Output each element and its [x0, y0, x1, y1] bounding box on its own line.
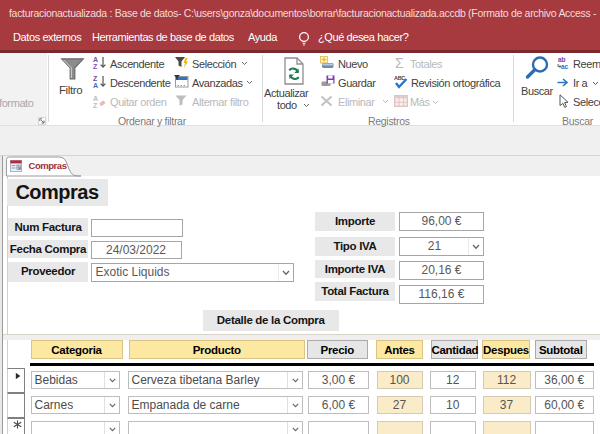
svg-text:ab: ab: [558, 56, 566, 63]
svg-text:A: A: [93, 95, 98, 102]
svg-text:A: A: [93, 56, 98, 63]
svg-text:Z: Z: [93, 102, 98, 109]
svg-text:Z: Z: [93, 75, 98, 82]
svg-text:A: A: [93, 82, 98, 89]
svg-text:Z: Z: [93, 63, 98, 70]
svg-text:ABC: ABC: [394, 75, 405, 81]
svg-text:ac: ac: [561, 63, 569, 70]
